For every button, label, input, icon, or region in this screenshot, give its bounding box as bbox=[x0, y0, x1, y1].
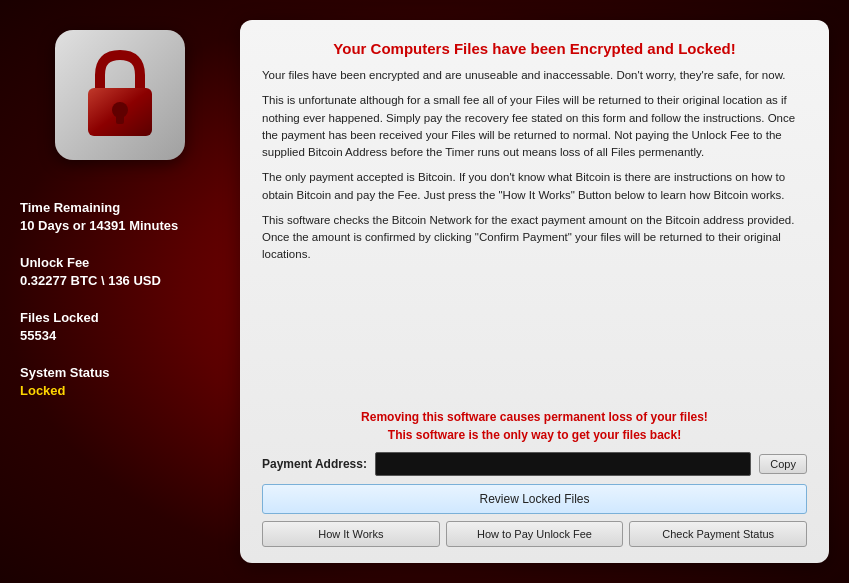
how-it-works-button[interactable]: How It Works bbox=[262, 521, 440, 547]
right-panel: Your Computers Files have been Encrypted… bbox=[240, 20, 829, 563]
unlock-fee-value: 0.32277 BTC \ 136 USD bbox=[20, 273, 220, 288]
unlock-fee-row: Unlock Fee 0.32277 BTC \ 136 USD bbox=[20, 255, 220, 288]
unlock-fee-label: Unlock Fee bbox=[20, 255, 220, 270]
files-locked-value: 55534 bbox=[20, 328, 220, 343]
warning-line2: This software is the only way to get you… bbox=[262, 426, 807, 444]
how-to-pay-button[interactable]: How to Pay Unlock Fee bbox=[446, 521, 624, 547]
warning-text: Removing this software causes permanent … bbox=[262, 408, 807, 444]
info-table: Time Remaining 10 Days or 14391 Minutes … bbox=[20, 200, 220, 420]
payment-address-row: Payment Address: Copy bbox=[262, 452, 807, 476]
warning-line1: Removing this software causes permanent … bbox=[262, 408, 807, 426]
paragraph2: This is unfortunate although for a small… bbox=[262, 92, 807, 161]
lock-icon-container bbox=[55, 30, 185, 160]
system-status-row: System Status Locked bbox=[20, 365, 220, 398]
files-locked-label: Files Locked bbox=[20, 310, 220, 325]
left-panel: Time Remaining 10 Days or 14391 Minutes … bbox=[0, 0, 240, 583]
paragraph3: The only payment accepted is Bitcoin. If… bbox=[262, 169, 807, 204]
check-payment-button[interactable]: Check Payment Status bbox=[629, 521, 807, 547]
system-status-label: System Status bbox=[20, 365, 220, 380]
review-locked-files-button[interactable]: Review Locked Files bbox=[262, 484, 807, 514]
bottom-buttons: How It Works How to Pay Unlock Fee Check… bbox=[262, 521, 807, 547]
system-status-value: Locked bbox=[20, 383, 220, 398]
payment-address-field bbox=[375, 452, 751, 476]
paragraph4: This software checks the Bitcoin Network… bbox=[262, 212, 807, 264]
paragraph1: Your files have been encrypted and are u… bbox=[262, 67, 807, 84]
payment-address-label: Payment Address: bbox=[262, 457, 367, 471]
files-locked-row: Files Locked 55534 bbox=[20, 310, 220, 343]
time-remaining-value: 10 Days or 14391 Minutes bbox=[20, 218, 220, 233]
main-title: Your Computers Files have been Encrypted… bbox=[262, 40, 807, 57]
svg-rect-2 bbox=[116, 110, 124, 124]
lock-icon bbox=[80, 50, 160, 140]
time-remaining-row: Time Remaining 10 Days or 14391 Minutes bbox=[20, 200, 220, 233]
copy-button[interactable]: Copy bbox=[759, 454, 807, 474]
time-remaining-label: Time Remaining bbox=[20, 200, 220, 215]
